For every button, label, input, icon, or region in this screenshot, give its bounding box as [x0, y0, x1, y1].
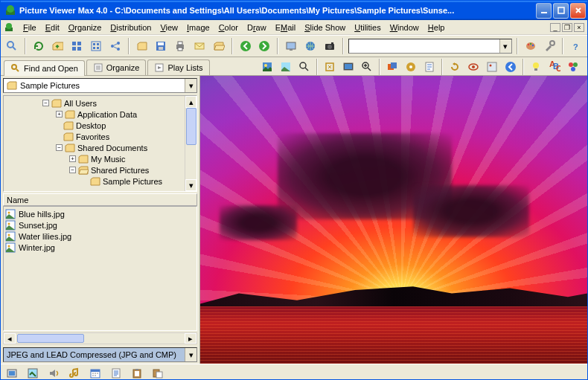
- tree-node-label: Favorites: [76, 132, 109, 141]
- file-list[interactable]: Blue hills.jpg Sunset.jpg Water lilies.j…: [3, 206, 197, 331]
- bulb-icon[interactable]: [528, 59, 544, 75]
- scroll-down-icon[interactable]: ▾: [185, 179, 196, 191]
- tab-organize[interactable]: Organize: [86, 59, 147, 75]
- collapse-icon[interactable]: −: [42, 100, 49, 106]
- save-icon[interactable]: [153, 38, 170, 54]
- folder-open2-icon[interactable]: [211, 38, 227, 54]
- list-tab-icon: [93, 62, 103, 73]
- camera-icon[interactable]: [322, 38, 338, 54]
- globe-icon[interactable]: [302, 38, 319, 54]
- filetype-combo[interactable]: JPEG and LEAD Compressed (JPG and CMP) ▾: [3, 347, 197, 362]
- refresh-icon[interactable]: [31, 38, 47, 54]
- folder-combo[interactable]: Sample Pictures ▾: [3, 78, 197, 93]
- menu-distribution[interactable]: Distribution: [106, 22, 156, 33]
- expand-icon[interactable]: +: [69, 155, 76, 162]
- grid-icon[interactable]: [68, 38, 85, 54]
- svg-point-18: [117, 48, 120, 51]
- svg-point-6: [7, 42, 13, 48]
- back-icon[interactable]: [237, 38, 254, 54]
- forward-icon[interactable]: [257, 38, 273, 54]
- image-viewer[interactable]: [200, 76, 587, 364]
- mdi-close-button[interactable]: ×: [574, 23, 584, 32]
- monitor-icon[interactable]: [340, 59, 357, 75]
- share-icon[interactable]: [107, 38, 124, 54]
- image-tool1-icon[interactable]: [259, 59, 275, 75]
- svg-rect-82: [112, 369, 120, 378]
- expand-icon[interactable]: +: [56, 111, 63, 117]
- tab-find-and-open[interactable]: Find and Open: [4, 60, 85, 76]
- screen-icon[interactable]: [283, 38, 299, 54]
- palette-icon[interactable]: [523, 38, 539, 54]
- zoom-in-icon[interactable]: [359, 59, 375, 75]
- file-item[interactable]: Water lilies.jpg: [5, 231, 195, 242]
- image-tool2-icon[interactable]: [278, 59, 294, 75]
- magnify-icon[interactable]: [4, 38, 20, 54]
- up-folder-icon[interactable]: [50, 38, 66, 54]
- folder-open-icon: [78, 166, 89, 175]
- menu-organize[interactable]: Organize: [64, 22, 106, 33]
- tree-node-label: Sample Pictures: [103, 177, 162, 186]
- note-icon[interactable]: [66, 365, 83, 380]
- eye-icon[interactable]: [465, 59, 482, 75]
- svg-rect-84: [135, 371, 139, 376]
- menu-email[interactable]: EMail: [271, 22, 301, 33]
- fit-icon[interactable]: [322, 59, 338, 75]
- text-doc-icon[interactable]: [108, 365, 124, 380]
- mdi-minimize-button[interactable]: _: [550, 23, 560, 32]
- zoom-tool-icon[interactable]: [296, 59, 313, 75]
- minimize-button[interactable]: [536, 3, 552, 19]
- menu-edit[interactable]: Edit: [41, 22, 64, 33]
- scroll-right-icon[interactable]: ▸: [185, 333, 196, 344]
- collapse-icon[interactable]: −: [56, 144, 63, 151]
- layers-icon[interactable]: [384, 59, 400, 75]
- clipboard-icon[interactable]: [129, 365, 145, 380]
- address-combo[interactable]: ▾: [348, 39, 512, 54]
- mail-icon[interactable]: [191, 38, 208, 54]
- menu-window[interactable]: Window: [386, 22, 424, 33]
- cd-icon[interactable]: [403, 59, 419, 75]
- horizontal-scrollbar[interactable]: ◂ ▸: [3, 332, 197, 344]
- file-item[interactable]: Winter.jpg: [5, 242, 195, 253]
- folder-tree[interactable]: − All Users + Application Data Desktop F…: [3, 95, 197, 192]
- redo-icon[interactable]: [447, 59, 463, 75]
- dropdown-arrow-icon[interactable]: ▾: [185, 79, 196, 92]
- svg-rect-9: [72, 47, 76, 51]
- menu-help[interactable]: Help: [424, 22, 450, 33]
- dropdown-arrow-icon[interactable]: ▾: [185, 348, 196, 361]
- menu-image[interactable]: Image: [182, 22, 214, 33]
- scroll-up-icon[interactable]: ▴: [185, 96, 196, 108]
- bt2-icon[interactable]: [25, 365, 41, 380]
- calendar-icon[interactable]: [87, 365, 103, 380]
- menu-slideshow[interactable]: Slide Show: [300, 22, 350, 33]
- column-header-name[interactable]: Name: [3, 193, 197, 206]
- menu-draw[interactable]: Draw: [243, 22, 271, 33]
- menu-view[interactable]: View: [156, 22, 182, 33]
- page-icon[interactable]: [421, 59, 438, 75]
- close-button[interactable]: [570, 3, 586, 19]
- file-item[interactable]: Sunset.jpg: [5, 219, 195, 231]
- thumbnails-icon[interactable]: [88, 38, 104, 54]
- scrollbar-thumb[interactable]: [17, 334, 84, 343]
- tools-icon[interactable]: [542, 38, 558, 54]
- dropdown-arrow-icon[interactable]: ▾: [499, 39, 511, 53]
- menu-utilities[interactable]: Utilities: [350, 22, 385, 33]
- speaker-icon[interactable]: [45, 365, 62, 380]
- help-icon[interactable]: ?: [568, 38, 584, 54]
- print-icon[interactable]: [172, 38, 188, 54]
- frame-icon[interactable]: [484, 59, 500, 75]
- tab-play-lists[interactable]: Play Lists: [147, 59, 209, 75]
- effects-icon[interactable]: [565, 59, 581, 75]
- collapse-icon[interactable]: −: [69, 167, 76, 173]
- mdi-restore-button[interactable]: ❐: [562, 23, 572, 32]
- menu-file[interactable]: File: [19, 22, 41, 33]
- open-folder-icon[interactable]: [134, 38, 150, 54]
- blue-back-icon[interactable]: [502, 59, 519, 75]
- scroll-left-icon[interactable]: ◂: [4, 333, 16, 344]
- menu-color[interactable]: Color: [214, 22, 243, 33]
- scrollbar-thumb[interactable]: [186, 108, 196, 145]
- abc-icon[interactable]: ABC: [546, 59, 563, 75]
- paste-icon[interactable]: [150, 365, 166, 380]
- file-item[interactable]: Blue hills.jpg: [5, 208, 195, 219]
- maximize-button[interactable]: [553, 3, 569, 19]
- bt1-icon[interactable]: [4, 365, 20, 380]
